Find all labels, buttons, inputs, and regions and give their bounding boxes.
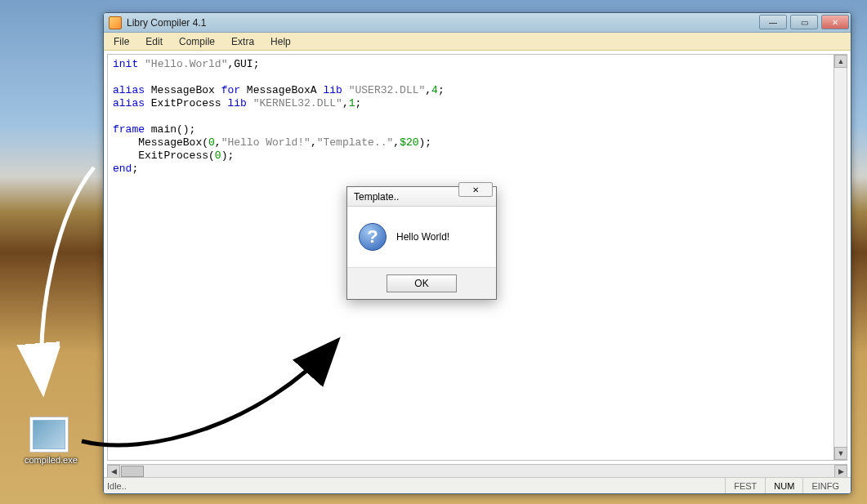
- menu-compile[interactable]: Compile: [171, 34, 223, 49]
- menubar: File Edit Compile Extra Help: [104, 33, 851, 51]
- close-icon: ✕: [472, 185, 479, 194]
- status-fest: FEST: [725, 478, 765, 493]
- scroll-right-icon[interactable]: ▶: [834, 465, 847, 478]
- horizontal-scrollbar[interactable]: ◀ ▶: [107, 464, 847, 477]
- file-icon: [29, 417, 69, 453]
- question-icon: ?: [359, 223, 387, 251]
- menu-edit[interactable]: Edit: [137, 34, 171, 49]
- scroll-down-icon[interactable]: ▼: [834, 447, 847, 460]
- messagebox-dialog: ✕ Template.. ? Hello World! OK: [346, 186, 497, 300]
- scroll-left-icon[interactable]: ◀: [107, 465, 120, 478]
- status-num: NUM: [765, 478, 802, 493]
- menu-extra[interactable]: Extra: [223, 34, 262, 49]
- minimize-button[interactable]: —: [759, 15, 787, 29]
- maximize-button[interactable]: ▭: [790, 15, 818, 29]
- vertical-scrollbar[interactable]: ▲ ▼: [833, 55, 847, 460]
- desktop-icon-label: compiled.exe: [25, 455, 74, 465]
- menu-help[interactable]: Help: [262, 34, 299, 49]
- desktop-icon-compiled-exe[interactable]: compiled.exe: [25, 417, 74, 465]
- scroll-up-icon[interactable]: ▲: [834, 55, 847, 68]
- scroll-thumb[interactable]: [121, 466, 144, 477]
- status-einfg: EINFG: [802, 478, 847, 493]
- dialog-close-button[interactable]: ✕: [458, 182, 493, 197]
- titlebar[interactable]: Libry Compiler 4.1 — ▭ ✕: [104, 13, 851, 33]
- window-title: Libry Compiler 4.1: [127, 17, 206, 29]
- status-text: Idle..: [107, 481, 725, 491]
- app-icon: [109, 16, 122, 29]
- close-button[interactable]: ✕: [821, 15, 849, 29]
- statusbar: Idle.. FEST NUM EINFG: [104, 477, 851, 493]
- menu-file[interactable]: File: [105, 34, 137, 49]
- dialog-message: Hello World!: [396, 231, 449, 243]
- ok-button[interactable]: OK: [387, 274, 457, 292]
